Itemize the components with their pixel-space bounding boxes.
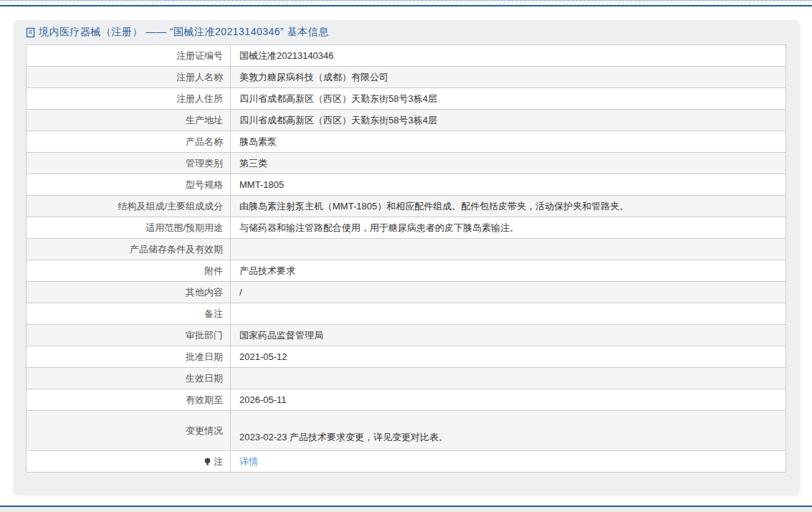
row-label-text: 生效日期	[186, 373, 223, 384]
row-label-text: 注册证编号	[176, 50, 223, 61]
row-value-text: 产品技术要求	[239, 265, 295, 276]
row-label-text: 审批部门	[186, 330, 223, 341]
row-value	[231, 368, 786, 389]
row-label-text: 产品名称	[186, 136, 223, 147]
row-value: 胰岛素泵	[231, 131, 786, 153]
row-label: 其他内容	[27, 282, 231, 303]
info-table-body: 注册证编号国械注准20213140346注册人名称美敦力糖尿病科技（成都）有限公…	[27, 45, 786, 473]
row-label: 注册人住所	[27, 88, 231, 110]
row-label: 型号规格	[27, 174, 231, 196]
panel-header: 境内医疗器械（注册） —— “国械注准20213140346” 基本信息	[26, 20, 786, 44]
row-value-text: 国家药品监督管理局	[239, 330, 323, 341]
row-value: 国械注准20213140346	[231, 45, 786, 67]
row-value: 四川省成都高新区（西区）天勤东街58号3栋4层	[231, 88, 786, 110]
row-value-text: 2021-05-12	[239, 351, 287, 362]
row-value-text: MMT-1805	[239, 179, 284, 190]
table-row: 备注	[27, 303, 786, 325]
table-row: 注册人名称美敦力糖尿病科技（成都）有限公司	[27, 67, 786, 88]
row-value-text: 四川省成都高新区（西区）天勤东街58号3栋4层	[239, 93, 437, 104]
bottom-gap	[0, 495, 812, 506]
row-label-text: 生产地址	[186, 115, 223, 125]
row-value: 2023-02-23 产品技术要求变更，详见变更对比表。	[231, 411, 786, 451]
table-row: 生产地址四川省成都高新区（西区）天勤东街58号3栋4层	[27, 110, 786, 131]
row-value: 国家药品监督管理局	[231, 325, 786, 346]
row-label-text: 结构及组成/主要组成成分	[118, 201, 223, 212]
table-row: 适用范围/预期用途与储药器和输注管路配合使用，用于糖尿病患者的皮下胰岛素输注。	[27, 217, 786, 239]
table-row: 产品储存条件及有效期	[27, 239, 786, 260]
document-icon	[26, 27, 35, 38]
row-value: 由胰岛素注射泵主机（MMT-1805）和相应配件组成。配件包括皮带夹，活动保护夹…	[231, 196, 786, 217]
row-label-text: 其他内容	[186, 287, 223, 298]
row-value	[231, 239, 786, 260]
row-label: 生效日期	[27, 368, 231, 389]
row-label-text: 注册人名称	[176, 72, 223, 82]
row-label-text: 变更情况	[186, 425, 223, 436]
row-label: 产品名称	[27, 131, 231, 153]
row-value-text: 由胰岛素注射泵主机（MMT-1805）和相应配件组成。配件包括皮带夹，活动保护夹…	[239, 201, 629, 212]
table-row: 注册证编号国械注准20213140346	[27, 45, 786, 67]
table-row: 批准日期2021-05-12	[27, 346, 786, 368]
table-row: 注册人住所四川省成都高新区（西区）天勤东街58号3栋4层	[27, 88, 786, 110]
row-value-text: /	[239, 287, 242, 298]
row-value: 2026-05-11	[231, 389, 786, 411]
row-label: 适用范围/预期用途	[27, 217, 231, 239]
row-value-text: 2023-02-23 产品技术要求变更，详见变更对比表。	[239, 432, 448, 442]
table-row: 变更情况2023-02-23 产品技术要求变更，详见变更对比表。	[27, 411, 786, 451]
row-label: 产品储存条件及有效期	[27, 239, 231, 260]
row-label: 注册人名称	[27, 67, 231, 88]
row-value: /	[231, 282, 786, 303]
bottom-gray-strip	[0, 507, 812, 512]
table-row: 生效日期	[27, 368, 786, 389]
row-label-text: 注册人住所	[176, 93, 223, 104]
row-label: 注册证编号	[27, 45, 231, 67]
row-label-text: 注	[214, 456, 223, 467]
row-label-text: 适用范围/预期用途	[145, 222, 223, 233]
row-value: MMT-1805	[231, 174, 786, 196]
table-row: 管理类别第三类	[27, 153, 786, 174]
details-link[interactable]: 详情	[239, 456, 258, 467]
info-table: 注册证编号国械注准20213140346注册人名称美敦力糖尿病科技（成都）有限公…	[26, 44, 786, 473]
row-value: 第三类	[231, 153, 786, 174]
row-label: 有效期至	[27, 389, 231, 411]
table-row: 有效期至2026-05-11	[27, 389, 786, 411]
row-value-text: 第三类	[239, 158, 267, 169]
row-label: 管理类别	[27, 153, 231, 174]
row-label-text: 备注	[204, 308, 223, 319]
row-label-text: 产品储存条件及有效期	[130, 244, 223, 255]
table-row: 其他内容/	[27, 282, 786, 303]
row-label-text: 附件	[204, 265, 223, 276]
top-blue-rule	[0, 5, 812, 6]
table-row: 注详情	[27, 451, 786, 473]
row-value-text: 2026-05-11	[239, 394, 287, 405]
table-row: 审批部门国家药品监督管理局	[27, 325, 786, 346]
row-label-text: 管理类别	[186, 158, 223, 169]
table-row: 产品名称胰岛素泵	[27, 131, 786, 153]
row-label: 批准日期	[27, 346, 231, 368]
row-label-text: 有效期至	[186, 394, 223, 405]
row-label: 附件	[27, 260, 231, 282]
row-label: 生产地址	[27, 110, 231, 131]
row-value: 2021-05-12	[231, 346, 786, 368]
row-label: 备注	[27, 303, 231, 325]
row-value: 详情	[231, 451, 786, 473]
row-label: 结构及组成/主要组成成分	[27, 196, 231, 217]
table-row: 型号规格MMT-1805	[27, 174, 786, 196]
table-row: 结构及组成/主要组成成分由胰岛素注射泵主机（MMT-1805）和相应配件组成。配…	[27, 196, 786, 217]
row-label-text: 型号规格	[186, 179, 223, 190]
top-decorative-stripes	[0, 0, 812, 5]
info-panel: 境内医疗器械（注册） —— “国械注准20213140346” 基本信息 注册证…	[13, 20, 799, 495]
row-label-text: 批准日期	[186, 351, 223, 362]
row-value: 与储药器和输注管路配合使用，用于糖尿病患者的皮下胰岛素输注。	[231, 217, 786, 239]
row-value-text: 与储药器和输注管路配合使用，用于糖尿病患者的皮下胰岛素输注。	[239, 222, 519, 233]
row-label: 变更情况	[27, 411, 231, 451]
note-icon	[204, 458, 211, 466]
row-value-text: 胰岛素泵	[239, 136, 277, 147]
row-value: 产品技术要求	[231, 260, 786, 282]
table-row: 附件产品技术要求	[27, 260, 786, 282]
row-value-text: 四川省成都高新区（西区）天勤东街58号3栋4层	[239, 115, 437, 125]
row-value	[231, 303, 786, 325]
row-value: 美敦力糖尿病科技（成都）有限公司	[231, 67, 786, 88]
row-value-text: 国械注准20213140346	[239, 50, 334, 61]
row-label: 注	[27, 451, 231, 473]
row-value-text: 美敦力糖尿病科技（成都）有限公司	[239, 72, 388, 82]
